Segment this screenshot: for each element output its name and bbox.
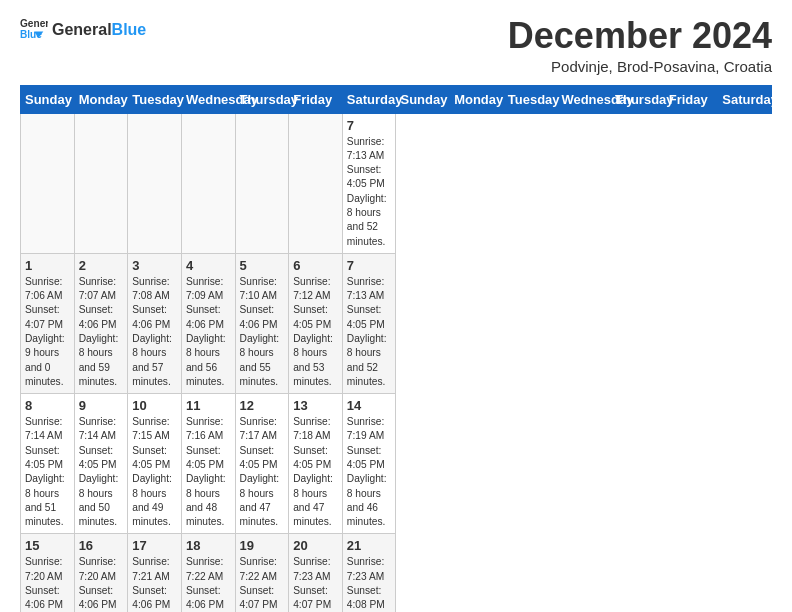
day-info: Sunrise: 7:06 AMSunset: 4:07 PMDaylight:… [25,275,70,389]
header-saturday: Saturday [342,85,396,113]
calendar-cell: 20Sunrise: 7:23 AMSunset: 4:07 PMDayligh… [289,534,343,612]
day-number: 11 [186,398,231,413]
calendar-header-row: SundayMondayTuesdayWednesdayThursdayFrid… [21,85,772,113]
day-number: 10 [132,398,177,413]
calendar-cell: 6Sunrise: 7:12 AMSunset: 4:05 PMDaylight… [289,253,343,393]
header-monday: Monday [74,85,128,113]
day-number: 12 [240,398,285,413]
day-number: 8 [25,398,70,413]
header-tuesday: Tuesday [503,85,557,113]
header-monday: Monday [450,85,504,113]
day-number: 20 [293,538,338,553]
day-number: 13 [293,398,338,413]
calendar-cell: 3Sunrise: 7:08 AMSunset: 4:06 PMDaylight… [128,253,182,393]
calendar-cell: 5Sunrise: 7:10 AMSunset: 4:06 PMDaylight… [235,253,289,393]
calendar-cell: 17Sunrise: 7:21 AMSunset: 4:06 PMDayligh… [128,534,182,612]
month-title: December 2024 [508,16,772,56]
header-friday: Friday [289,85,343,113]
day-info: Sunrise: 7:16 AMSunset: 4:05 PMDaylight:… [186,415,231,529]
day-info: Sunrise: 7:09 AMSunset: 4:06 PMDaylight:… [186,275,231,389]
calendar-cell [128,113,182,253]
day-info: Sunrise: 7:22 AMSunset: 4:07 PMDaylight:… [240,555,285,612]
day-info: Sunrise: 7:14 AMSunset: 4:05 PMDaylight:… [25,415,70,529]
day-number: 16 [79,538,124,553]
header-sunday: Sunday [396,85,450,113]
calendar-cell: 7Sunrise: 7:13 AMSunset: 4:05 PMDaylight… [342,113,396,253]
calendar-cell [181,113,235,253]
day-number: 4 [186,258,231,273]
header-wednesday: Wednesday [557,85,611,113]
day-info: Sunrise: 7:23 AMSunset: 4:08 PMDaylight:… [347,555,392,612]
header-saturday: Saturday [718,85,772,113]
day-info: Sunrise: 7:12 AMSunset: 4:05 PMDaylight:… [293,275,338,389]
calendar-cell: 10Sunrise: 7:15 AMSunset: 4:05 PMDayligh… [128,394,182,534]
calendar-cell: 8Sunrise: 7:14 AMSunset: 4:05 PMDaylight… [21,394,75,534]
day-info: Sunrise: 7:08 AMSunset: 4:06 PMDaylight:… [132,275,177,389]
day-info: Sunrise: 7:15 AMSunset: 4:05 PMDaylight:… [132,415,177,529]
calendar-cell [235,113,289,253]
calendar-cell: 4Sunrise: 7:09 AMSunset: 4:06 PMDaylight… [181,253,235,393]
day-number: 17 [132,538,177,553]
header-sunday: Sunday [21,85,75,113]
day-info: Sunrise: 7:13 AMSunset: 4:05 PMDaylight:… [347,135,392,249]
header-friday: Friday [664,85,718,113]
calendar-cell: 21Sunrise: 7:23 AMSunset: 4:08 PMDayligh… [342,534,396,612]
calendar-cell: 19Sunrise: 7:22 AMSunset: 4:07 PMDayligh… [235,534,289,612]
day-number: 19 [240,538,285,553]
day-info: Sunrise: 7:13 AMSunset: 4:05 PMDaylight:… [347,275,392,389]
day-info: Sunrise: 7:21 AMSunset: 4:06 PMDaylight:… [132,555,177,612]
location-title: Podvinje, Brod-Posavina, Croatia [508,58,772,75]
calendar-cell: 16Sunrise: 7:20 AMSunset: 4:06 PMDayligh… [74,534,128,612]
day-number: 18 [186,538,231,553]
calendar-cell: 15Sunrise: 7:20 AMSunset: 4:06 PMDayligh… [21,534,75,612]
calendar-table: SundayMondayTuesdayWednesdayThursdayFrid… [20,85,772,612]
day-info: Sunrise: 7:20 AMSunset: 4:06 PMDaylight:… [79,555,124,612]
calendar-cell: 11Sunrise: 7:16 AMSunset: 4:05 PMDayligh… [181,394,235,534]
title-area: December 2024 Podvinje, Brod-Posavina, C… [508,16,772,75]
day-info: Sunrise: 7:18 AMSunset: 4:05 PMDaylight:… [293,415,338,529]
day-info: Sunrise: 7:17 AMSunset: 4:05 PMDaylight:… [240,415,285,529]
calendar-cell [74,113,128,253]
calendar-week-row: 8Sunrise: 7:14 AMSunset: 4:05 PMDaylight… [21,394,772,534]
calendar-cell: 2Sunrise: 7:07 AMSunset: 4:06 PMDaylight… [74,253,128,393]
svg-text:General: General [20,18,48,29]
logo-general-text: GeneralBlue [52,21,146,39]
day-number: 14 [347,398,392,413]
calendar-cell: 7Sunrise: 7:13 AMSunset: 4:05 PMDaylight… [342,253,396,393]
day-number: 7 [347,118,392,133]
calendar-week-row: 15Sunrise: 7:20 AMSunset: 4:06 PMDayligh… [21,534,772,612]
logo-icon: General Blue [20,16,48,44]
day-number: 3 [132,258,177,273]
calendar-cell: 9Sunrise: 7:14 AMSunset: 4:05 PMDaylight… [74,394,128,534]
calendar-week-row: 1Sunrise: 7:06 AMSunset: 4:07 PMDaylight… [21,253,772,393]
day-info: Sunrise: 7:14 AMSunset: 4:05 PMDaylight:… [79,415,124,529]
day-number: 1 [25,258,70,273]
day-number: 21 [347,538,392,553]
calendar-cell: 12Sunrise: 7:17 AMSunset: 4:05 PMDayligh… [235,394,289,534]
logo: General Blue GeneralBlue [20,16,146,44]
header-thursday: Thursday [611,85,665,113]
header-thursday: Thursday [235,85,289,113]
header: General Blue GeneralBlue December 2024 P… [20,16,772,75]
day-number: 7 [347,258,392,273]
day-info: Sunrise: 7:23 AMSunset: 4:07 PMDaylight:… [293,555,338,612]
header-tuesday: Tuesday [128,85,182,113]
day-info: Sunrise: 7:20 AMSunset: 4:06 PMDaylight:… [25,555,70,612]
calendar-cell: 14Sunrise: 7:19 AMSunset: 4:05 PMDayligh… [342,394,396,534]
day-number: 6 [293,258,338,273]
day-info: Sunrise: 7:22 AMSunset: 4:06 PMDaylight:… [186,555,231,612]
header-wednesday: Wednesday [181,85,235,113]
day-number: 2 [79,258,124,273]
calendar-cell: 18Sunrise: 7:22 AMSunset: 4:06 PMDayligh… [181,534,235,612]
svg-text:Blue: Blue [20,29,42,40]
calendar-week-row: 7Sunrise: 7:13 AMSunset: 4:05 PMDaylight… [21,113,772,253]
calendar-cell [289,113,343,253]
calendar-cell: 13Sunrise: 7:18 AMSunset: 4:05 PMDayligh… [289,394,343,534]
day-info: Sunrise: 7:10 AMSunset: 4:06 PMDaylight:… [240,275,285,389]
day-info: Sunrise: 7:07 AMSunset: 4:06 PMDaylight:… [79,275,124,389]
calendar-cell: 1Sunrise: 7:06 AMSunset: 4:07 PMDaylight… [21,253,75,393]
day-number: 15 [25,538,70,553]
calendar-cell [21,113,75,253]
day-number: 5 [240,258,285,273]
day-info: Sunrise: 7:19 AMSunset: 4:05 PMDaylight:… [347,415,392,529]
